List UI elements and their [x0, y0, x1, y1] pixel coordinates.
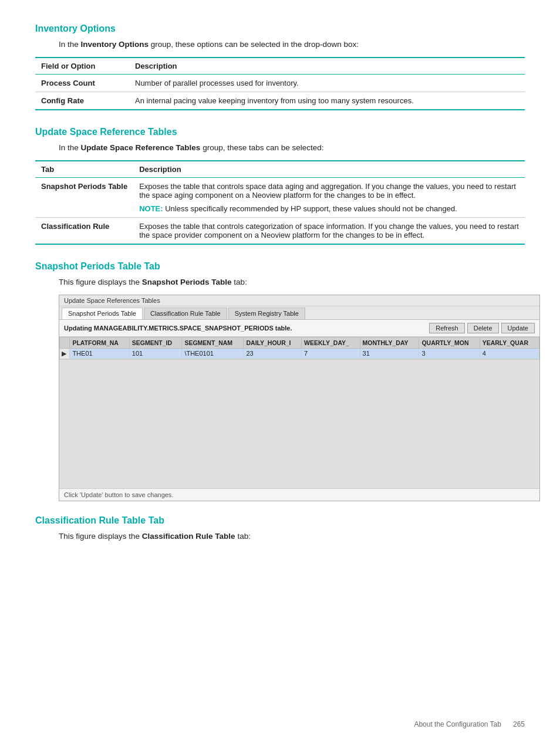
- desc-config-rate: An internal pacing value keeping invento…: [129, 92, 525, 110]
- intro-bold: Update Space Reference Tables: [81, 143, 201, 152]
- cell-yearly: 4: [480, 349, 539, 359]
- page-number: 265: [513, 720, 525, 728]
- col-weekly-day: WEEKLY_DAY_: [302, 337, 360, 349]
- col-daily-hour: DAILY_HOUR_I: [244, 337, 302, 349]
- toolbar-buttons: Refresh Delete Update: [429, 323, 535, 333]
- intro-suffix: group, these options can be selected in …: [149, 40, 359, 49]
- field-snapshot: Snapshot Periods Table: [35, 178, 133, 218]
- inventory-options-heading: Inventory Options: [35, 23, 525, 34]
- empty-data-area: [59, 359, 539, 488]
- cell-segment-nam: \THE0101: [182, 349, 244, 359]
- update-button[interactable]: Update: [501, 323, 535, 333]
- ui-tabs: Snapshot Periods Table Classification Ru…: [59, 306, 539, 320]
- ui-titlebar: Update Space References Tables: [59, 295, 539, 306]
- snapshot-tab-intro: This figure displays the Snapshot Period…: [59, 278, 525, 286]
- ui-toolbar: Updating MANAGEABILITY.METRICS.SPACE_SNA…: [59, 320, 539, 337]
- col-segment-nam: SEGMENT_NAM: [182, 337, 244, 349]
- update-space-intro: In the Update Space Reference Tables gro…: [59, 143, 525, 152]
- inventory-options-section: Inventory Options In the Inventory Optio…: [35, 23, 525, 110]
- table-row: Process Count Number of parallel process…: [35, 75, 525, 92]
- cell-platform: THE01: [70, 349, 129, 359]
- intro-bold: Classification Rule Table: [142, 532, 235, 541]
- table-col1-header: Field or Option: [35, 58, 129, 75]
- table-col1-header: Tab: [35, 161, 133, 178]
- desc-snapshot-text: Exposes the table that controls space da…: [139, 182, 516, 200]
- classification-tab-intro: This figure displays the Classification …: [59, 532, 525, 541]
- table-col2-header: Description: [129, 58, 525, 75]
- update-space-section: Update Space Reference Tables In the Upd…: [35, 127, 525, 245]
- cell-daily-hour: 23: [244, 349, 302, 359]
- col-segment-id: SEGMENT_ID: [129, 337, 182, 349]
- field-process-count: Process Count: [35, 75, 129, 92]
- cell-monthly-day: 31: [360, 349, 419, 359]
- intro-bold: Inventory Options: [81, 40, 149, 49]
- intro-prefix: In the: [59, 40, 81, 49]
- snapshot-tab-section: Snapshot Periods Table Tab This figure d…: [35, 261, 525, 501]
- row-arrow-icon: ▶: [60, 349, 70, 359]
- footer-text: About the Configuration Tab: [414, 720, 501, 728]
- page-footer: About the Configuration Tab 265: [414, 720, 525, 728]
- cell-quarterly: 3: [419, 349, 480, 359]
- field-classification: Classification Rule: [35, 218, 133, 245]
- refresh-button[interactable]: Refresh: [429, 323, 465, 333]
- col-monthly-day: MONTHLY_DAY: [360, 337, 419, 349]
- desc-snapshot: Exposes the table that controls space da…: [133, 178, 525, 218]
- ui-screenshot: Update Space References Tables Snapshot …: [59, 295, 540, 501]
- ui-data-table: PLATFORM_NA SEGMENT_ID SEGMENT_NAM DAILY…: [59, 337, 539, 359]
- col-quarterly-mon: QUARTLY_MON: [419, 337, 480, 349]
- col-arrow: [60, 337, 70, 349]
- ui-footer: Click 'Update' button to save changes.: [59, 488, 539, 501]
- tab-snapshot-periods[interactable]: Snapshot Periods Table: [62, 308, 143, 319]
- toolbar-text: Updating MANAGEABILITY.METRICS.SPACE_SNA…: [64, 325, 292, 332]
- table-row: Classification Rule Exposes the table th…: [35, 218, 525, 245]
- intro-prefix: This figure displays the: [59, 278, 142, 286]
- desc-classification: Exposes the table that controls categori…: [133, 218, 525, 245]
- table-row: Snapshot Periods Table Exposes the table…: [35, 178, 525, 218]
- col-yearly-quar: YEARLY_QUAR: [480, 337, 539, 349]
- intro-prefix: This figure displays the: [59, 532, 142, 541]
- update-space-heading: Update Space Reference Tables: [35, 127, 525, 137]
- note-block: NOTE: Unless specifically recommended by…: [139, 204, 519, 213]
- ui-table-container: PLATFORM_NA SEGMENT_ID SEGMENT_NAM DAILY…: [59, 337, 539, 488]
- classification-tab-section: Classification Rule Table Tab This figur…: [35, 515, 525, 541]
- inventory-options-table: Field or Option Description Process Coun…: [35, 57, 525, 110]
- col-platform-na: PLATFORM_NA: [70, 337, 129, 349]
- update-space-table: Tab Description Snapshot Periods Table E…: [35, 160, 525, 245]
- tab-system-registry[interactable]: System Registry Table: [228, 308, 305, 319]
- note-label: NOTE:: [139, 204, 163, 213]
- table-row[interactable]: ▶ THE01 101 \THE0101 23 7 31 3 4: [60, 349, 539, 359]
- intro-suffix: tab:: [235, 532, 251, 541]
- classification-tab-heading: Classification Rule Table Tab: [35, 515, 525, 526]
- desc-process-count: Number of parallel processes used for in…: [129, 75, 525, 92]
- cell-weekly-day: 7: [302, 349, 360, 359]
- intro-bold: Snapshot Periods Table: [142, 278, 232, 286]
- intro-suffix: tab:: [232, 278, 247, 286]
- table-col2-header: Description: [133, 161, 525, 178]
- delete-button[interactable]: Delete: [467, 323, 499, 333]
- tab-classification-rule[interactable]: Classification Rule Table: [144, 308, 227, 319]
- field-config-rate: Config Rate: [35, 92, 129, 110]
- inventory-options-intro: In the Inventory Options group, these op…: [59, 40, 525, 49]
- intro-suffix: group, these tabs can be selected:: [200, 143, 323, 152]
- note-text: Unless specifically recommended by HP su…: [165, 204, 457, 213]
- cell-segment-id: 101: [129, 349, 182, 359]
- table-header-row: PLATFORM_NA SEGMENT_ID SEGMENT_NAM DAILY…: [60, 337, 539, 349]
- snapshot-tab-heading: Snapshot Periods Table Tab: [35, 261, 525, 272]
- intro-prefix: In the: [59, 143, 81, 152]
- table-row: Config Rate An internal pacing value kee…: [35, 92, 525, 110]
